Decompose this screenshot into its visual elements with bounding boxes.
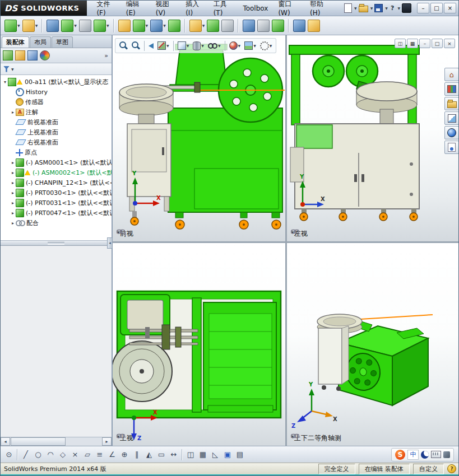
tree-item-prt0047[interactable]: (-) PRT0047<1> (默认<<默认 [1,208,112,218]
assembly-features-button[interactable] [132,19,149,32]
custom-status[interactable]: 自定义 [413,464,444,474]
rail-clamp[interactable] [194,82,200,92]
featuremanager-tree-icon[interactable] [3,50,13,60]
parallel-relation-icon[interactable] [131,449,143,461]
section-properties-button[interactable] [293,19,306,32]
measure-button[interactable] [257,19,270,32]
mass-properties-button[interactable] [271,19,285,32]
angle-dimension-icon[interactable] [106,449,118,461]
dropdown-icon[interactable] [106,24,109,27]
trim-entities-icon[interactable] [69,449,81,461]
edit-appearance-button[interactable] [228,40,242,52]
viewport-isometric[interactable]: Y X Z *上下二等角轴测 [287,243,459,446]
machine-left-view[interactable]: Y X [289,45,419,221]
pulleys[interactable] [313,55,378,87]
dropdown-icon[interactable] [35,24,38,27]
new-motion-study-button[interactable] [168,19,181,32]
cabinet[interactable] [290,124,419,209]
tree-item-mates[interactable]: 配合 [1,218,112,228]
zoom-to-area-button[interactable] [131,40,141,52]
dropdown-icon[interactable] [201,44,204,48]
menu-window[interactable]: 窗口(W) [273,1,305,16]
machine-isometric-view[interactable]: Y X Z [291,314,433,429]
menu-view[interactable]: 视图(V) [151,1,180,16]
panel-collapse-handle[interactable] [107,237,113,249]
linear-pattern-icon[interactable] [94,449,106,461]
reference-geometry-button[interactable] [150,19,166,32]
panel-splitter[interactable] [1,241,112,246]
casters[interactable] [300,209,418,221]
tree-item-asm0001[interactable]: (-) ASM0001<1> (默认<默认 [1,157,112,167]
sketch-tool-icon[interactable] [3,449,15,461]
plane-tool-icon[interactable] [143,449,155,461]
casters[interactable] [131,211,281,229]
split-horizontal-icon[interactable] [395,39,406,48]
minimize-icon[interactable] [417,3,429,13]
dropdown-icon[interactable] [202,24,205,27]
machine-top-view[interactable]: X Z [113,291,281,441]
bowl-feeder[interactable] [119,84,173,124]
rectangle-tool-icon[interactable] [57,449,69,461]
keyboard-icon[interactable] [431,451,441,458]
expand-arrow-icon[interactable] [10,221,16,226]
view-orientation-button[interactable] [177,40,191,52]
top-view-drawing[interactable]: X Z [113,243,285,446]
restore-document-icon[interactable] [432,39,443,48]
help-dropdown-icon[interactable] [397,6,400,10]
expand-arrow-icon[interactable] [10,190,16,195]
ime-toolbox-icon[interactable] [443,451,450,458]
fullhalf-moon-icon[interactable] [421,451,429,459]
sogou-logo-icon[interactable]: S [395,450,405,460]
explode-line-sketch-button[interactable] [221,19,234,32]
add-relation-icon[interactable] [118,449,131,461]
design-table-icon[interactable] [234,449,246,461]
close-icon[interactable] [444,3,456,13]
view-settings-button[interactable] [259,40,273,52]
show-hidden-components-button[interactable] [118,19,131,32]
move-component-button[interactable] [93,19,110,32]
collapse-arrow-icon[interactable] [2,80,8,85]
menu-insert[interactable]: 插入(I) [180,1,208,16]
configurationmanager-icon[interactable] [27,50,38,60]
appearances-scenes-button[interactable] [444,126,459,139]
section-view-button[interactable] [156,40,170,52]
isometric-view-drawing[interactable]: Y X Z [287,243,459,446]
viewport-left[interactable]: Y X *左视 [287,35,459,241]
splitter-grip[interactable] [48,242,64,245]
display-style-button[interactable] [192,40,205,52]
linear-component-pattern-button[interactable] [61,19,77,32]
expand-arrow-icon[interactable] [10,180,16,185]
expand-arrow-icon[interactable] [10,200,16,206]
menu-toolbox[interactable]: Toolbox [238,1,273,16]
tree-item-asm0002[interactable]: (-) ASM0002<1> (默认<默认 [1,167,112,178]
tree-item-origin[interactable]: 原点 [1,147,112,157]
view-palette-button[interactable] [444,111,459,125]
scroll-left-icon[interactable] [1,437,10,446]
tab-assembly[interactable]: 装配体 [2,36,29,48]
maximize-icon[interactable] [430,3,443,13]
status-help-icon[interactable] [447,464,456,473]
dropdown-icon[interactable] [163,24,166,27]
previous-view-button[interactable] [147,40,155,52]
dropdown-icon[interactable] [166,44,169,48]
manager-overflow-chevron[interactable]: » [104,52,109,59]
tree-item-annotations[interactable]: 注解 [1,107,112,117]
tree-item-top-plane[interactable]: 上视基准面 [1,127,112,137]
save-dropdown-icon[interactable] [385,6,388,10]
split-pane-icon[interactable] [184,449,197,461]
expand-arrow-icon[interactable] [10,160,16,165]
interference-detection-button[interactable] [242,19,256,32]
circle-tool-icon[interactable] [32,449,44,461]
menu-edit[interactable]: 编辑(E) [121,1,151,16]
tab-sketch[interactable]: 草图 [52,36,73,48]
machine-front-view[interactable]: Y X [119,44,285,229]
design-library-button[interactable] [444,82,459,96]
expand-arrow-icon[interactable] [10,110,16,115]
tree-item-root-assembly[interactable]: 00-a11 (默认<默认_显示状态 [1,77,112,87]
grid-snap-icon[interactable] [155,449,168,461]
displaymanager-icon[interactable] [40,50,50,60]
minimize-document-icon[interactable] [419,39,430,48]
move-entities-icon[interactable] [168,449,180,461]
tab-layout[interactable]: 布局 [30,36,51,48]
chinese-mode-icon[interactable]: 中 [407,450,419,460]
